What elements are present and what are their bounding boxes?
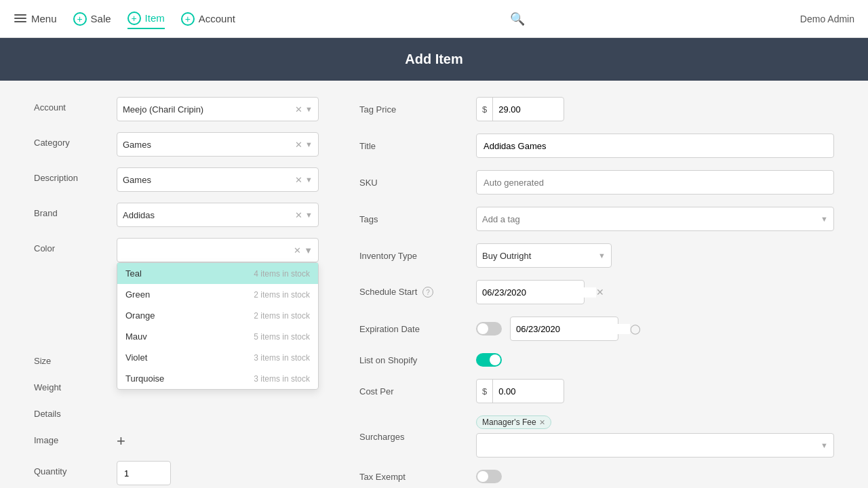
- nav-item[interactable]: + Item: [127, 9, 165, 29]
- brand-arrow-icon[interactable]: ▼: [305, 211, 313, 219]
- item-plus-icon: +: [127, 12, 141, 25]
- schedule-start-control: 06/23/2020 ✕: [476, 280, 834, 304]
- category-clear-icon[interactable]: ✕: [295, 140, 302, 150]
- color-option-orange[interactable]: Orange 2 items in stock: [117, 305, 318, 326]
- image-row: Image +: [34, 430, 319, 450]
- tags-input[interactable]: [482, 214, 821, 224]
- color-option-mauv[interactable]: Mauv 5 items in stock: [117, 326, 318, 347]
- expiration-date-input[interactable]: [516, 324, 630, 334]
- list-on-shopify-toggle[interactable]: [476, 353, 502, 367]
- account-label: Account: [34, 97, 108, 113]
- tag-price-control: $ 29.00: [476, 97, 834, 121]
- nav-sale[interactable]: + Sale: [73, 9, 111, 28]
- nav-account[interactable]: + Account: [181, 9, 235, 28]
- inventory-type-arrow-icon[interactable]: ▼: [598, 251, 606, 260]
- tax-exempt-control: [476, 470, 834, 483]
- sku-row: SKU: [359, 170, 834, 195]
- color-option-orange-label: Orange: [125, 310, 155, 321]
- add-image-button[interactable]: +: [117, 430, 319, 450]
- account-control: Meejo (Charil Cripin) ✕ ▼: [117, 97, 319, 121]
- tag-price-currency: $: [477, 98, 493, 121]
- form-right: Tag Price $ 29.00 Title Addidas Games SK…: [359, 97, 834, 488]
- description-select[interactable]: Games ✕ ▼: [117, 167, 319, 192]
- quantity-input[interactable]: 1: [117, 461, 171, 485]
- color-option-teal[interactable]: Teal 4 items in stock: [117, 263, 318, 284]
- schedule-start-row: Schedule Start ? 06/23/2020 ✕: [359, 280, 834, 304]
- list-on-shopify-label: List on Shopify: [359, 355, 468, 365]
- inventory-type-row: Inventory Type Buy Outright ▼: [359, 243, 834, 268]
- nav-menu[interactable]: Menu: [14, 9, 57, 28]
- schedule-start-input[interactable]: 06/23/2020: [482, 287, 596, 298]
- surcharges-row: Surcharges Manager's Fee ✕ ▼: [359, 415, 834, 458]
- search-button[interactable]: 🔍: [510, 12, 525, 26]
- category-select[interactable]: Games ✕ ▼: [117, 132, 319, 157]
- cost-per-input-wrap: $ 0.00: [476, 379, 564, 403]
- sale-plus-icon: +: [73, 12, 87, 26]
- surcharges-select[interactable]: ▼: [476, 433, 834, 458]
- tag-price-input[interactable]: 29.00: [493, 104, 618, 115]
- account-clear-icon[interactable]: ✕: [295, 104, 302, 115]
- tax-exempt-row: Tax Exempt: [359, 470, 834, 483]
- surcharges-control: Manager's Fee ✕ ▼: [476, 415, 834, 458]
- expiration-date-clear-icon[interactable]: ◯: [630, 323, 641, 334]
- nav-item-label: Item: [145, 12, 165, 24]
- color-option-violet-count: 3 items in stock: [254, 353, 310, 363]
- list-on-shopify-control: [476, 353, 834, 367]
- tags-row: Tags ▼: [359, 207, 834, 231]
- details-label: Details: [34, 403, 108, 419]
- category-control: Games ✕ ▼: [117, 132, 319, 157]
- description-clear-icon[interactable]: ✕: [295, 175, 302, 185]
- expiration-date-toggle[interactable]: [476, 322, 502, 336]
- color-clear-icon[interactable]: ✕: [294, 245, 301, 256]
- expiration-date-input-wrap: ◯: [510, 317, 618, 341]
- surcharges-arrow-icon[interactable]: ▼: [821, 441, 828, 449]
- sku-input[interactable]: [476, 170, 834, 195]
- tags-arrow-icon[interactable]: ▼: [821, 215, 828, 223]
- expiration-date-row: Expiration Date ◯: [359, 317, 834, 341]
- description-row: Description Games ✕ ▼: [34, 167, 319, 192]
- description-arrow-icon[interactable]: ▼: [305, 176, 313, 184]
- color-option-turquoise-label: Turquoise: [125, 373, 164, 384]
- cost-per-input[interactable]: 0.00: [493, 386, 618, 396]
- schedule-start-clear-icon[interactable]: ✕: [596, 287, 604, 298]
- schedule-start-label: Schedule Start ?: [359, 287, 468, 298]
- quantity-control: 1: [117, 461, 319, 485]
- quantity-label: Quantity: [34, 461, 108, 476]
- tax-exempt-toggle[interactable]: [476, 470, 502, 483]
- color-option-orange-count: 2 items in stock: [254, 311, 310, 321]
- schedule-start-info-icon[interactable]: ?: [422, 287, 433, 298]
- account-select[interactable]: Meejo (Charil Cripin) ✕ ▼: [117, 97, 319, 121]
- brand-select[interactable]: Addidas ✕ ▼: [117, 203, 319, 227]
- form-left: Account Meejo (Charil Cripin) ✕ ▼ Catego…: [34, 97, 319, 488]
- color-input-area[interactable]: ✕ ▼: [117, 238, 319, 262]
- color-option-violet[interactable]: Violet 3 items in stock: [117, 347, 318, 368]
- title-label: Title: [359, 141, 468, 151]
- nav-menu-label: Menu: [31, 13, 57, 24]
- tags-input-wrap[interactable]: ▼: [476, 207, 834, 231]
- brand-label: Brand: [34, 203, 108, 218]
- inventory-type-select[interactable]: Buy Outright ▼: [476, 243, 612, 268]
- size-label: Size: [34, 350, 108, 366]
- color-option-green[interactable]: Green 2 items in stock: [117, 284, 318, 305]
- tags-label: Tags: [359, 214, 468, 224]
- brand-row: Brand Addidas ✕ ▼: [34, 203, 319, 227]
- color-option-turquoise[interactable]: Turquoise 3 items in stock: [117, 368, 318, 389]
- color-arrow-icon[interactable]: ▼: [304, 245, 313, 256]
- category-arrow-icon[interactable]: ▼: [305, 140, 313, 148]
- image-control: +: [117, 430, 319, 450]
- color-input[interactable]: [123, 245, 294, 256]
- color-dropdown: Teal 4 items in stock Green 2 items in s…: [117, 262, 319, 390]
- add-image-icon: +: [117, 432, 125, 450]
- title-row: Title Addidas Games: [359, 134, 834, 158]
- details-row: Details: [34, 403, 319, 419]
- account-arrow-icon[interactable]: ▼: [305, 105, 313, 113]
- surcharge-tag-remove-icon[interactable]: ✕: [539, 418, 545, 427]
- title-input[interactable]: Addidas Games: [476, 134, 834, 158]
- admin-label: Demo Admin: [800, 14, 854, 24]
- brand-clear-icon[interactable]: ✕: [295, 210, 302, 220]
- form-layout: Account Meejo (Charil Cripin) ✕ ▼ Catego…: [34, 97, 834, 488]
- color-row: Color ✕ ▼ Teal 4 items in stock: [34, 238, 319, 262]
- inventory-type-control: Buy Outright ▼: [476, 243, 834, 268]
- list-on-shopify-row: List on Shopify: [359, 353, 834, 367]
- surcharge-tag-label: Manager's Fee: [482, 418, 536, 427]
